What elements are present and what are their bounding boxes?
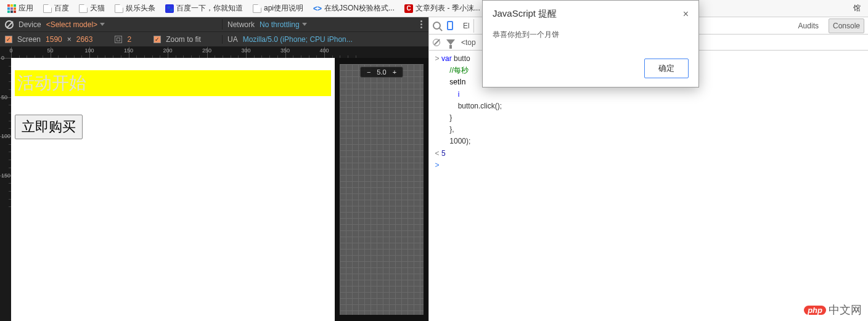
apps-label: 应用 [18, 3, 33, 14]
file-icon [115, 4, 123, 13]
horizontal-ruler: 050100150200250300350400 [0, 47, 428, 58]
dpr-value[interactable]: 2 [127, 35, 131, 44]
zoom-fit-label: Zoom to fit [166, 35, 201, 44]
bookmark-label: 娱乐头条 [126, 3, 155, 14]
code-keyword: var [441, 54, 452, 63]
device-toggle-icon[interactable] [447, 21, 453, 30]
file-icon [253, 4, 261, 13]
prompt-icon: > [433, 160, 441, 171]
bookmark-baidu-home[interactable]: 🐾 百度一下，你就知道 [162, 2, 247, 15]
bookmark-label: api使用说明 [264, 3, 303, 14]
inspect-icon[interactable] [433, 22, 441, 30]
paw-icon: 🐾 [165, 4, 174, 13]
watermark-badge: php [804, 306, 826, 315]
screen-checkbox[interactable]: ✓ [5, 36, 12, 43]
bookmark-label: 百度 [54, 3, 69, 14]
bookmark-guan[interactable]: 馆 [850, 2, 864, 15]
apps-button[interactable]: 应用 [4, 2, 37, 15]
javascript-alert-dialog: JavaScript 提醒 × 恭喜你抢到一个月饼 确定 [482, 0, 699, 87]
tab-console[interactable]: Console [829, 18, 864, 33]
bookmark-label: 百度一下，你就知道 [176, 3, 243, 14]
code-text: 1000); [449, 137, 470, 145]
file-icon [43, 4, 52, 13]
network-label: Network [227, 20, 255, 29]
code-text: }, [449, 125, 454, 134]
code-icon: <> [313, 4, 322, 13]
clear-console-icon[interactable] [433, 39, 440, 46]
ua-label: UA [227, 35, 238, 44]
bookmark-label: 文章列表 - 季小沫... [416, 3, 480, 14]
apps-icon [7, 4, 16, 13]
code-text: butto [452, 54, 470, 63]
bookmark-label: 天猫 [90, 3, 105, 14]
zoom-level-value: 5.0 [377, 68, 386, 76]
no-entry-icon[interactable] [5, 20, 14, 29]
filter-icon[interactable] [446, 39, 455, 45]
device-emulator-panel: Device <Select model> Network No throttl… [0, 17, 428, 321]
rendered-page: 活动开始 立即购买 [11, 58, 335, 321]
bookmark-yule[interactable]: 娱乐头条 [111, 2, 159, 15]
prompt-icon: > [433, 53, 441, 65]
bookmark-label: 馆 [853, 3, 861, 14]
bookmark-tmall[interactable]: 天猫 [75, 2, 108, 15]
chevron-down-icon [100, 23, 105, 26]
chevron-down-icon [302, 23, 307, 26]
vertical-ruler: 050100150 [0, 58, 11, 321]
zoom-in-button[interactable]: + [390, 68, 399, 76]
red-c-icon: C [404, 4, 413, 13]
bookmarks-bar: 应用 百度 天猫 娱乐头条 🐾 百度一下，你就知道 api使用说明 <> 在线J… [0, 0, 868, 17]
bookmark-json[interactable]: <> 在线JSON校验格式... [309, 2, 398, 15]
rotate-icon[interactable] [115, 36, 122, 43]
bookmark-api[interactable]: api使用说明 [249, 2, 307, 15]
watermark-text: 中文网 [829, 303, 862, 317]
ua-value[interactable]: Mozilla/5.0 (iPhone; CPU iPhon... [243, 35, 353, 44]
buy-now-button[interactable]: 立即购买 [15, 115, 83, 139]
screen-height[interactable]: 2663 [76, 35, 93, 44]
tab-audits[interactable]: Audits [795, 19, 822, 33]
frame-value: <top [461, 38, 476, 47]
code-comment: //每秒 [449, 66, 469, 75]
bookmark-label: 在线JSON校验格式... [324, 3, 395, 14]
code-keyword: i [458, 90, 460, 99]
code-text: button.click(); [441, 100, 502, 112]
device-label: Device [18, 20, 41, 29]
main-split: Device <Select model> Network No throttl… [0, 17, 868, 321]
screen-label: Screen [17, 35, 41, 44]
result-icon: < [433, 148, 441, 160]
device-model-value: <Select model> [46, 20, 97, 29]
more-menu-icon[interactable] [419, 19, 424, 30]
device-model-select[interactable]: <Select model> [46, 20, 105, 29]
code-text: setIn [449, 78, 465, 86]
console-result: 5 [441, 148, 446, 160]
zoom-out-button[interactable]: − [364, 68, 373, 76]
throttling-value: No throttling [260, 20, 300, 29]
bookmark-baidu[interactable]: 百度 [39, 2, 73, 15]
zoom-controls: − 5.0 + [360, 67, 403, 78]
alert-ok-button[interactable]: 确定 [644, 59, 689, 78]
code-text: } [441, 112, 452, 124]
device-toolbar-row2: ✓ Screen 1590 × 2663 2 ✓ Zoom to fit UA … [0, 32, 428, 47]
alert-close-button[interactable]: × [683, 9, 689, 20]
alert-title: JavaScript 提醒 [493, 8, 557, 20]
device-grid-zone: − 5.0 + [340, 64, 424, 315]
watermark: php 中文网 [804, 303, 862, 317]
rendered-page-area: 活动开始 立即购买 − 5.0 + [11, 58, 428, 321]
alert-message: 恭喜你抢到一个月饼 [483, 27, 698, 52]
zoom-fit-checkbox[interactable]: ✓ [154, 36, 161, 43]
page-heading: 活动开始 [15, 70, 331, 96]
tab-elements[interactable]: El [459, 19, 474, 33]
network-throttling-select[interactable]: No throttling [260, 20, 307, 29]
file-icon [79, 4, 88, 13]
screen-width[interactable]: 1590 [46, 35, 62, 44]
bookmark-articles[interactable]: C 文章列表 - 季小沫... [401, 2, 484, 15]
times-symbol: × [67, 35, 72, 44]
frame-select[interactable]: <top [461, 38, 476, 47]
device-toolbar-row1: Device <Select model> Network No throttl… [0, 17, 428, 32]
